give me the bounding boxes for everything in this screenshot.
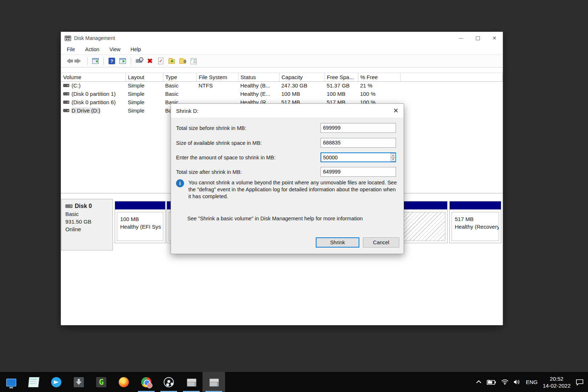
taskbar-notepad-app[interactable]	[23, 372, 45, 392]
cancel-button[interactable]: Cancel	[363, 237, 399, 248]
taskbar-g-app[interactable]: G	[90, 372, 113, 392]
volume-name: (Disk 0 partition 1)	[72, 91, 116, 97]
maximize-button[interactable]	[469, 32, 486, 44]
partition-size: 100 MB	[120, 215, 160, 223]
taskbar-download-app[interactable]	[68, 372, 90, 392]
taskbar-firefox[interactable]	[113, 372, 135, 392]
volume-icon	[63, 101, 69, 104]
shrink-amount-input[interactable]	[320, 152, 396, 162]
firefox-icon	[119, 377, 129, 387]
dialog-title: Shrink D:	[176, 108, 199, 114]
spinner-down-icon[interactable]: ▼	[391, 158, 396, 162]
partition-status: Healthy (EFI Sys	[120, 223, 160, 230]
window-title: Disk Management	[74, 35, 115, 41]
taskbar: G ENG 20:52 14-02-2022	[0, 372, 588, 392]
table-row[interactable]: (C:) Simple Basic NTFS Healthy (B... 247…	[61, 81, 503, 90]
help-icon: ?	[109, 58, 115, 64]
shrink-button[interactable]: Shrink	[316, 237, 359, 248]
available-shrink-field: 688835	[320, 138, 396, 148]
g-app-icon: G	[96, 377, 106, 387]
disk-zoom-button[interactable]	[135, 57, 143, 65]
minimize-button[interactable]	[453, 32, 469, 44]
toolbar-separator	[131, 57, 131, 65]
col-file-system[interactable]: File System	[196, 73, 238, 81]
spinner-up-icon[interactable]: ▲	[391, 153, 396, 158]
total-before-field: 699999	[320, 123, 396, 133]
shrink-dialog: Shrink D: ✕ Total size before shrink in …	[171, 103, 404, 254]
menu-view[interactable]: View	[109, 46, 120, 52]
taskbar-telegram-app[interactable]	[45, 372, 68, 392]
console-tree-button[interactable]	[91, 57, 100, 65]
help-button[interactable]: ?	[107, 57, 116, 65]
partition-color-bar	[115, 201, 165, 210]
volume-icon[interactable]	[514, 379, 521, 385]
partition-recovery[interactable]: 517 MB Healthy (Recovery Part	[449, 201, 501, 243]
volume-icon	[63, 84, 69, 87]
partition-color-bar	[450, 201, 501, 210]
volume-icon	[63, 92, 69, 95]
volume-name: D Drive (D:)	[72, 107, 100, 114]
disk0-kind: Basic	[65, 211, 109, 217]
volume-name: (C:)	[72, 82, 81, 89]
table-row[interactable]: (Disk 0 partition 1) Simple Basic Health…	[61, 90, 503, 98]
action-pane-icon	[119, 58, 126, 64]
field-row: Total size before shrink in MB: 699999	[176, 123, 399, 133]
table-header-row: Volume Layout Type File System Status Ca…	[61, 73, 503, 81]
maximize-icon	[476, 36, 480, 40]
menu-help[interactable]: Help	[131, 46, 141, 52]
disk-icon	[65, 204, 73, 208]
notepad-icon	[28, 377, 40, 387]
delete-button[interactable]: ✖	[146, 57, 154, 65]
dialog-close-button[interactable]: ✕	[388, 107, 399, 115]
folder-up-button[interactable]	[167, 57, 176, 65]
dialog-title-bar: Shrink D: ✕	[171, 104, 404, 118]
telegram-icon	[51, 377, 61, 387]
amount-spinner[interactable]: ▲ ▼	[391, 153, 396, 162]
col-free-space[interactable]: Free Spa...	[324, 73, 358, 81]
disk0-size: 931.50 GB	[65, 219, 109, 225]
col-type[interactable]: Type	[163, 73, 196, 81]
col-capacity[interactable]: Capacity	[279, 73, 324, 81]
field-label: Size of available shrink space in MB:	[176, 140, 262, 146]
disk0-name: Disk 0	[75, 203, 92, 209]
disk0-panel[interactable]: Disk 0 Basic 931.50 GB Online	[61, 199, 113, 250]
partition-efi[interactable]: 100 MB Healthy (EFI Sys	[115, 201, 166, 243]
taskbar-disk-management[interactable]	[180, 372, 203, 392]
col-layout[interactable]: Layout	[126, 73, 163, 81]
col-status[interactable]: Status	[238, 73, 279, 81]
field-row: Size of available shrink space in MB: 68…	[176, 138, 399, 148]
menu-action[interactable]: Action	[85, 46, 99, 52]
disk-zoom-icon	[136, 59, 142, 63]
col-volume[interactable]: Volume	[61, 73, 126, 81]
close-icon: ✕	[492, 35, 497, 41]
taskbar-chrome[interactable]	[135, 372, 158, 392]
battery-icon[interactable]	[487, 380, 496, 385]
language-indicator[interactable]: ENG	[526, 379, 538, 385]
folder-search-button[interactable]	[178, 57, 187, 65]
taskbar-disk-management-active[interactable]	[203, 372, 225, 392]
clock[interactable]: 20:52 14-02-2022	[543, 375, 571, 389]
action-pane-button[interactable]	[118, 57, 127, 65]
disk-management-app-icon	[65, 36, 71, 41]
col-pct-free[interactable]: % Free	[358, 73, 400, 81]
properties-button[interactable]	[189, 57, 198, 65]
system-tray: ENG 20:52 14-02-2022	[476, 372, 588, 392]
menu-file[interactable]: File	[67, 46, 75, 52]
taskbar-monitor-app[interactable]	[0, 372, 23, 392]
volume-icon	[63, 109, 69, 112]
action-center-icon[interactable]	[576, 379, 584, 385]
close-button[interactable]: ✕	[486, 32, 503, 44]
chrome-icon	[141, 377, 151, 387]
tray-expand-button[interactable]	[476, 380, 482, 384]
disk0-status: Online	[65, 226, 109, 232]
toolbar: ? ✖	[61, 54, 503, 68]
wifi-icon[interactable]	[501, 379, 509, 385]
col-empty	[400, 73, 503, 81]
field-row: Enter the amount of space to shrink in M…	[176, 152, 399, 162]
folder-search-icon	[179, 59, 186, 64]
taskbar-obs[interactable]	[158, 372, 180, 392]
verify-button[interactable]	[156, 57, 165, 65]
back-button[interactable]	[64, 57, 73, 65]
tray-date: 14-02-2022	[543, 382, 571, 389]
forward-button[interactable]	[75, 57, 83, 65]
